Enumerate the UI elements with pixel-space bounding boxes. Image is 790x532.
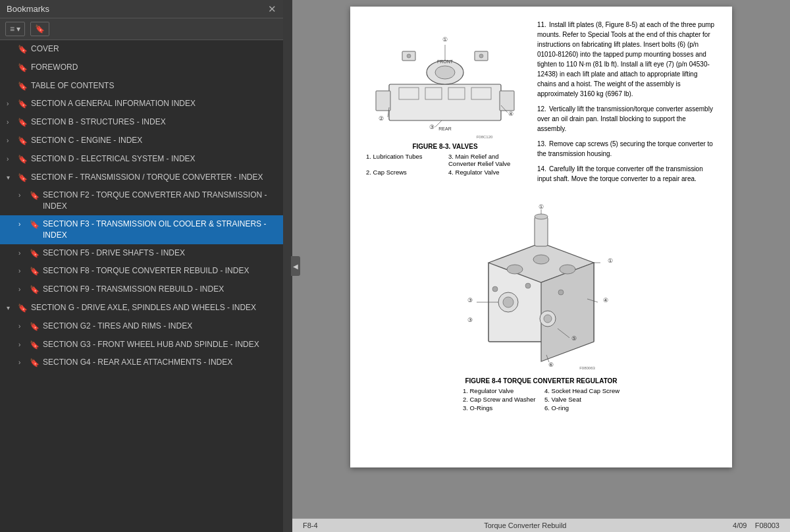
expand-arrow-a[interactable] xyxy=(7,99,14,109)
sidebar-item-section-c[interactable]: 🔖 SECTION C - ENGINE - INDEX xyxy=(0,132,283,150)
sidebar-item-label: SECTION B - STRUCTURES - INDEX xyxy=(31,117,278,128)
sidebar-item-label: SECTION G4 - REAR AXLE ATTACHMENTS - IND… xyxy=(43,357,278,368)
sidebar-title: Bookmarks xyxy=(7,4,49,14)
bookmark-icon: 🔖 xyxy=(35,24,45,34)
step-13: 13.Remove cap screws (5) securing the to… xyxy=(537,139,716,159)
expand-arrow-f8[interactable] xyxy=(18,267,26,276)
sidebar-item-section-f8[interactable]: 🔖 SECTION F8 - TORQUE CONVERTER REBUILD … xyxy=(0,262,283,280)
caption-item: 4. Regulator Valve xyxy=(448,169,524,176)
expand-arrow-g3[interactable] xyxy=(18,340,26,350)
main-content: FRONT ① ② xyxy=(292,0,790,532)
sidebar-item-section-f9[interactable]: 🔖 SECTION F9 - TRANSMISSION REBUILD - IN… xyxy=(0,280,283,299)
svg-text:③: ③ xyxy=(467,317,473,323)
expand-arrow-d[interactable] xyxy=(7,155,14,164)
sidebar-item-foreword[interactable]: 🔖 FOREWORD xyxy=(0,59,283,77)
page-paper: FRONT ① ② xyxy=(350,7,732,467)
figure2-svg: ① ① ③ ③ ④ ⑤ ⑥ F080063 xyxy=(449,197,633,375)
sidebar-item-section-g3[interactable]: 🔖 SECTION G3 - FRONT WHEEL HUB AND SPIND… xyxy=(0,336,283,354)
sidebar-item-label: SECTION F8 - TORQUE CONVERTER REBUILD - … xyxy=(43,265,278,277)
bookmark-icon-g: 🔖 xyxy=(18,303,28,314)
svg-rect-13 xyxy=(500,91,514,111)
sidebar-item-toc[interactable]: 🔖 TABLE OF CONTENTS xyxy=(0,77,283,95)
expand-arrow-f2[interactable] xyxy=(18,191,26,200)
svg-text:①: ① xyxy=(608,257,613,264)
step-text: Install lift plates (8, Figure 8-5) at e… xyxy=(537,21,714,97)
sidebar-item-label: SECTION G - DRIVE AXLE, SPINDLES AND WHE… xyxy=(31,302,278,313)
svg-text:③: ③ xyxy=(467,297,473,304)
sidebar-item-cover[interactable]: 🔖 COVER xyxy=(0,40,283,59)
footer-chapter: Torque Converter Rebuild xyxy=(484,521,566,529)
caption-item: 4. Socket Head Cap Screw xyxy=(544,387,619,394)
sidebar-item-section-g2[interactable]: 🔖 SECTION G2 - TIRES AND RIMS - INDEX xyxy=(0,317,283,336)
step-12: 12.Vertically lift the transmission/torq… xyxy=(537,104,716,134)
svg-point-35 xyxy=(525,283,531,288)
bookmark-icon-f: 🔖 xyxy=(18,173,28,184)
bookmark-icon-f8: 🔖 xyxy=(30,266,40,277)
svg-rect-37 xyxy=(535,217,548,246)
sidebar-item-section-f2[interactable]: 🔖 SECTION F2 - TORQUE CONVERTER AND TRAN… xyxy=(0,186,283,215)
expand-placeholder xyxy=(7,63,14,72)
page-area: FRONT ① ② xyxy=(292,0,790,518)
expand-arrow-c[interactable] xyxy=(7,136,14,146)
add-bookmark-button[interactable]: 🔖 xyxy=(30,22,49,36)
figure1-section: FRONT ① ② xyxy=(366,20,716,189)
step-text: Carefully lift the torque converter off … xyxy=(537,165,703,182)
sidebar-item-section-g4[interactable]: 🔖 SECTION G4 - REAR AXLE ATTACHMENTS - I… xyxy=(0,354,283,372)
footer-doc-num: F08003 xyxy=(755,521,779,529)
expand-arrow-b[interactable] xyxy=(7,118,14,127)
expand-arrow-g2[interactable] xyxy=(18,322,26,331)
svg-text:⑤: ⑤ xyxy=(571,335,577,342)
caption-item: 2. Cap Screws xyxy=(366,169,442,176)
sidebar-header: Bookmarks ✕ xyxy=(0,0,283,18)
sidebar-item-section-b[interactable]: 🔖 SECTION B - STRUCTURES - INDEX xyxy=(0,113,283,132)
caption-item: 6. O-ring xyxy=(544,404,619,412)
close-icon[interactable]: ✕ xyxy=(268,4,276,14)
step-14: 14.Carefully lift the torque converter o… xyxy=(537,164,716,184)
svg-text:REAR: REAR xyxy=(438,126,451,131)
sidebar-item-section-d[interactable]: 🔖 SECTION D - ELECTRICAL SYSTEM - INDEX xyxy=(0,150,283,169)
expand-arrow-f5[interactable] xyxy=(18,249,26,258)
expand-arrow-g4[interactable] xyxy=(18,358,26,367)
sidebar-item-section-f5[interactable]: 🔖 SECTION F5 - DRIVE SHAFTS - INDEX xyxy=(0,244,283,263)
figure1-col: FRONT ① ② xyxy=(366,20,524,189)
sidebar-content: 🔖 COVER 🔖 FOREWORD 🔖 TABLE OF CONTENTS 🔖… xyxy=(0,40,283,532)
svg-point-6 xyxy=(435,66,455,79)
svg-rect-0 xyxy=(389,84,501,120)
svg-text:④: ④ xyxy=(508,111,514,117)
figure2-title: FIGURE 8-4 TORQUE CONVERTER REGULATOR xyxy=(465,377,617,385)
sidebar: Bookmarks ✕ ≡ ▾ 🔖 🔖 COVER 🔖 FOREWORD 🔖 xyxy=(0,0,283,532)
expand-arrow-f3[interactable] xyxy=(18,220,26,229)
sidebar-item-label: SECTION F5 - DRIVE SHAFTS - INDEX xyxy=(43,248,278,259)
caption-item: 3. Main Relief and Converter Relief Valv… xyxy=(448,153,524,167)
view-options-button[interactable]: ≡ ▾ xyxy=(5,22,25,36)
bookmark-icon-f9: 🔖 xyxy=(30,284,40,296)
sidebar-collapse-handle[interactable]: ◀ xyxy=(291,256,300,276)
caption-item: 1. Regulator Valve xyxy=(463,387,538,394)
bookmark-icon-b: 🔖 xyxy=(18,117,28,128)
svg-text:FRONT: FRONT xyxy=(437,59,454,64)
caption-item: 3. O-Rings xyxy=(463,404,538,412)
svg-text:⑥: ⑥ xyxy=(548,361,554,368)
caption-item: 2. Cap Screw and Washer xyxy=(463,396,538,403)
sidebar-item-section-a[interactable]: 🔖 SECTION A GENERAL INFORMATION INDEX xyxy=(0,95,283,113)
expand-arrow-f[interactable] xyxy=(7,173,14,182)
figure2-caption: 1. Regulator Valve 4. Socket Head Cap Sc… xyxy=(463,387,619,412)
bookmark-icon-g3: 🔖 xyxy=(30,340,40,351)
bookmark-icon-c: 🔖 xyxy=(18,136,28,147)
svg-point-28 xyxy=(533,255,549,264)
sidebar-item-section-f3[interactable]: 🔖 SECTION F3 - TRANSMISSION OIL COOLER &… xyxy=(0,215,283,244)
bookmark-icon-g2: 🔖 xyxy=(30,321,40,332)
footer-bar: F8-4 Torque Converter Rebuild 4/09 F0800… xyxy=(292,518,790,532)
svg-point-29 xyxy=(560,265,575,274)
bookmark-icon-f3: 🔖 xyxy=(30,219,40,230)
bookmark-icon-d: 🔖 xyxy=(18,154,28,165)
expand-arrow-g[interactable] xyxy=(7,304,14,313)
sidebar-item-section-g[interactable]: 🔖 SECTION G - DRIVE AXLE, SPINDLES AND W… xyxy=(0,299,283,317)
step-text: Vertically lift the transmission/torque … xyxy=(537,105,713,132)
sidebar-item-label: SECTION F2 - TORQUE CONVERTER AND TRANSM… xyxy=(43,190,278,212)
sidebar-item-section-f[interactable]: 🔖 SECTION F - TRANSMISSION / TORQUE CONV… xyxy=(0,169,283,187)
sidebar-toolbar: ≡ ▾ 🔖 xyxy=(0,18,283,40)
expand-arrow-f9[interactable] xyxy=(18,285,26,294)
sidebar-item-label: FOREWORD xyxy=(31,62,278,73)
bookmark-icon-g4: 🔖 xyxy=(30,358,40,369)
